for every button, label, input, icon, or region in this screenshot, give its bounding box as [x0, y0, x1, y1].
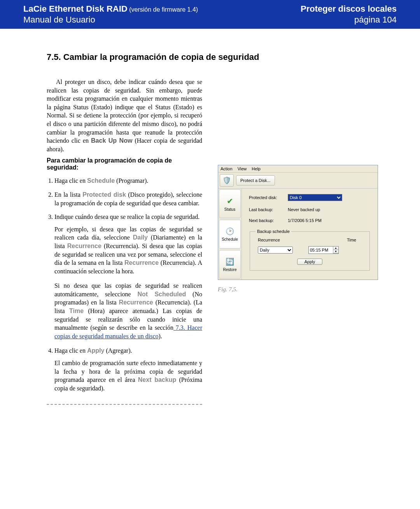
- protected-disk-label: Protected disk: [82, 191, 126, 198]
- row-last-backup: Last backup: Never backed up: [249, 207, 371, 212]
- section-divider: [47, 404, 202, 405]
- body: 7.5. Cambiar la programación de copia de…: [0, 29, 420, 420]
- tab-restore-label: Restore: [223, 268, 236, 272]
- back-up-now-label: Back Up Now: [91, 137, 132, 144]
- disk-shield-icon: 🛡️: [222, 176, 231, 185]
- figure-caption: Fig. 7,5.: [218, 286, 397, 293]
- step-2: En la lista Protected disk (Disco proteg…: [54, 191, 202, 207]
- step-2-a: En la lista: [54, 191, 82, 198]
- apply-button[interactable]: Apply: [297, 259, 323, 265]
- recurrence-label-1: Recurrence: [67, 243, 102, 249]
- tab-schedule[interactable]: 🕑 Schedule: [219, 220, 241, 248]
- recurrence-label-2: Recurrence: [124, 259, 159, 266]
- clock-icon: 🕑: [226, 227, 234, 236]
- s4c: (Agregar).: [104, 347, 132, 354]
- procedure-subhead: Para cambiar la programación de copia de…: [47, 157, 202, 171]
- text-column: 7.5. Cambiar la programación de copia de…: [47, 52, 202, 405]
- step-4: Haga clic en Apply (Agregar). El cambio …: [54, 346, 202, 392]
- schedule-controls: Daily ▲ ▼: [256, 246, 364, 254]
- daily-label: Daily: [133, 234, 148, 241]
- step-1-c: (Programar).: [115, 177, 148, 184]
- firmware-version: (versión de firmware 1.4): [129, 6, 198, 13]
- next-backup-field-label: Next backup:: [249, 218, 288, 223]
- time-spinner[interactable]: ▲ ▼: [333, 247, 338, 254]
- screenshot-window: Action View Help 🛡️ Protect a Disk... ✔ …: [218, 165, 378, 280]
- step-3: Indique cuándo desea que se realice la c…: [54, 213, 202, 340]
- tab-status-label: Status: [224, 207, 235, 212]
- header-right: Proteger discos locales página 104: [301, 4, 397, 25]
- chevron-down-icon[interactable]: ▼: [333, 250, 338, 254]
- header-left: LaCie Ethernet Disk RAID (versión de fir…: [23, 4, 198, 25]
- menu-help[interactable]: Help: [252, 166, 261, 171]
- check-icon: ✔: [227, 196, 233, 206]
- time-header: Time: [347, 238, 356, 242]
- protected-disk-field-label: Protected disk:: [249, 195, 288, 200]
- row-next-backup: Next backup: 1/7/2006 5:15 PM: [249, 218, 371, 223]
- s3p2h: ).: [158, 333, 162, 339]
- step-3-para-1: Por ejemplo, si desea que las copias de …: [54, 225, 202, 276]
- page-number: página 104: [301, 15, 397, 25]
- step-1: Haga clic en Schedule (Programar).: [54, 177, 202, 185]
- step-3-para-2: Si no desea que las copias de seguridad …: [54, 282, 202, 340]
- not-scheduled-label: Not Scheduled: [138, 291, 186, 297]
- protected-disk-select[interactable]: Disk 0: [288, 194, 342, 201]
- tab-schedule-label: Schedule: [222, 237, 238, 241]
- intro-text-1: Al proteger un disco, debe indicar cuánd…: [47, 79, 202, 144]
- schedule-label: Schedule: [87, 177, 115, 184]
- side-tabs: ✔ Status 🕑 Schedule 🔄 Restore: [218, 189, 242, 280]
- menu-bar: Action View Help: [218, 165, 378, 173]
- page-header: LaCie Ethernet Disk RAID (versión de fir…: [0, 0, 420, 29]
- window-body: ✔ Status 🕑 Schedule 🔄 Restore: [218, 189, 378, 280]
- last-backup-field-label: Last backup:: [249, 207, 288, 212]
- row-protected-disk: Protected disk: Disk 0: [249, 194, 371, 201]
- next-backup-label: Next backup: [138, 376, 176, 383]
- protect-disk-icon[interactable]: 🛡️: [220, 174, 234, 187]
- toolbar: 🛡️ Protect a Disk...: [218, 173, 378, 189]
- restore-icon: 🔄: [226, 257, 234, 266]
- tab-restore[interactable]: 🔄 Restore: [219, 250, 241, 279]
- step-1-a: Haga clic en: [54, 177, 87, 184]
- backup-schedule-legend: Backup schedule: [256, 229, 291, 234]
- backup-schedule-fieldset: Backup schedule Recurrence Time Daily: [250, 229, 370, 271]
- menu-view[interactable]: View: [238, 166, 247, 171]
- recurrence-select[interactable]: Daily: [258, 247, 293, 254]
- menu-action[interactable]: Action: [220, 166, 233, 171]
- schedule-headers: Recurrence Time: [256, 238, 364, 246]
- product-name: LaCie Ethernet Disk RAID: [23, 4, 128, 14]
- recurrence-header: Recurrence: [258, 238, 280, 242]
- time-input[interactable]: [309, 248, 333, 252]
- apply-label: Apply: [87, 347, 104, 354]
- chapter-title: Proteger discos locales: [301, 4, 397, 14]
- schedule-panel: Protected disk: Disk 0 Last backup: Neve…: [242, 189, 378, 280]
- figure-column: Action View Help 🛡️ Protect a Disk... ✔ …: [218, 52, 397, 405]
- next-backup-value: 1/7/2006 5:15 PM: [288, 218, 371, 223]
- time-picker[interactable]: ▲ ▼: [308, 246, 339, 254]
- step-3-intro: Indique cuándo desea que se realice la c…: [54, 213, 200, 220]
- intro-paragraph: Al proteger un disco, debe indicar cuánd…: [47, 78, 202, 153]
- last-backup-value: Never backed up: [288, 207, 371, 212]
- protect-disk-button[interactable]: Protect a Disk...: [236, 175, 275, 185]
- manual-subtitle: Manual de Usuario: [23, 15, 198, 25]
- steps-list: Haga clic en Schedule (Programar). En la…: [47, 177, 202, 392]
- time-label: Time: [69, 308, 84, 314]
- recurrence-label-3: Recurrence: [119, 299, 153, 306]
- page: LaCie Ethernet Disk RAID (versión de fir…: [0, 0, 420, 420]
- step-4-para: El cambio de programación surte efecto i…: [54, 359, 202, 392]
- s4a: Haga clic en: [54, 347, 87, 354]
- chevron-up-icon[interactable]: ▲: [333, 247, 338, 250]
- tab-status[interactable]: ✔ Status: [219, 189, 241, 218]
